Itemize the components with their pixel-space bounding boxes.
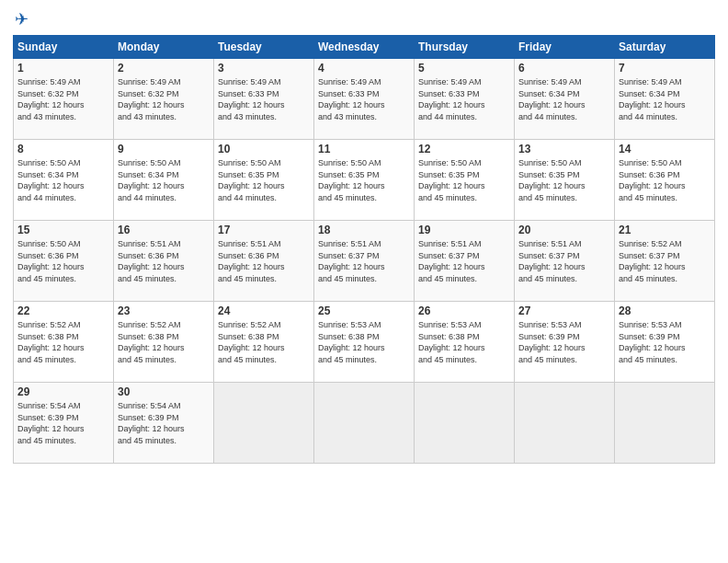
day-info: Sunrise: 5:53 AM Sunset: 6:38 PM Dayligh…: [418, 319, 510, 365]
day-info: Sunrise: 5:51 AM Sunset: 6:36 PM Dayligh…: [118, 238, 210, 284]
day-number: 29: [17, 385, 109, 398]
calendar-week: 1Sunrise: 5:49 AM Sunset: 6:32 PM Daylig…: [14, 59, 715, 140]
day-number: 1: [17, 62, 109, 75]
day-info: Sunrise: 5:51 AM Sunset: 6:37 PM Dayligh…: [518, 238, 610, 284]
calendar-cell: 26Sunrise: 5:53 AM Sunset: 6:38 PM Dayli…: [415, 302, 515, 383]
day-number: 19: [418, 224, 510, 236]
day-number: 27: [518, 304, 610, 317]
day-number: 25: [318, 304, 410, 317]
calendar-cell: [515, 383, 615, 464]
day-number: 11: [318, 143, 410, 155]
calendar-cell: 14Sunrise: 5:50 AM Sunset: 6:36 PM Dayli…: [615, 140, 715, 221]
calendar-cell: 7Sunrise: 5:49 AM Sunset: 6:34 PM Daylig…: [615, 59, 715, 140]
day-number: 14: [619, 143, 711, 155]
day-info: Sunrise: 5:49 AM Sunset: 6:33 PM Dayligh…: [218, 76, 310, 122]
calendar-cell: 25Sunrise: 5:53 AM Sunset: 6:38 PM Dayli…: [314, 302, 415, 383]
day-number: 10: [218, 143, 310, 155]
day-info: Sunrise: 5:49 AM Sunset: 6:33 PM Dayligh…: [418, 76, 510, 122]
day-number: 7: [619, 62, 711, 75]
calendar-week: 22Sunrise: 5:52 AM Sunset: 6:38 PM Dayli…: [14, 302, 715, 383]
header-row: SundayMondayTuesdayWednesdayThursdayFrid…: [14, 36, 715, 59]
calendar-cell: 29Sunrise: 5:54 AM Sunset: 6:39 PM Dayli…: [14, 383, 114, 464]
calendar-table: SundayMondayTuesdayWednesdayThursdayFrid…: [13, 35, 715, 464]
header-day: Thursday: [415, 36, 515, 59]
day-number: 23: [118, 304, 210, 317]
day-number: 21: [619, 224, 711, 236]
day-info: Sunrise: 5:49 AM Sunset: 6:33 PM Dayligh…: [318, 76, 410, 122]
day-number: 5: [418, 62, 510, 75]
calendar-cell: [615, 383, 715, 464]
day-number: 28: [619, 304, 711, 317]
day-info: Sunrise: 5:54 AM Sunset: 6:39 PM Dayligh…: [118, 400, 210, 446]
calendar-cell: 2Sunrise: 5:49 AM Sunset: 6:32 PM Daylig…: [114, 59, 214, 140]
day-number: 9: [118, 143, 210, 155]
logo: ✈: [13, 9, 28, 29]
day-info: Sunrise: 5:50 AM Sunset: 6:35 PM Dayligh…: [218, 157, 310, 203]
day-info: Sunrise: 5:52 AM Sunset: 6:38 PM Dayligh…: [17, 319, 109, 365]
day-info: Sunrise: 5:50 AM Sunset: 6:34 PM Dayligh…: [17, 157, 109, 203]
calendar-cell: 28Sunrise: 5:53 AM Sunset: 6:39 PM Dayli…: [615, 302, 715, 383]
day-info: Sunrise: 5:52 AM Sunset: 6:38 PM Dayligh…: [118, 319, 210, 365]
calendar-cell: 16Sunrise: 5:51 AM Sunset: 6:36 PM Dayli…: [114, 221, 214, 302]
day-number: 4: [318, 62, 410, 75]
day-info: Sunrise: 5:54 AM Sunset: 6:39 PM Dayligh…: [17, 400, 109, 446]
calendar-cell: 5Sunrise: 5:49 AM Sunset: 6:33 PM Daylig…: [415, 59, 515, 140]
header-day: Wednesday: [314, 36, 415, 59]
day-info: Sunrise: 5:52 AM Sunset: 6:37 PM Dayligh…: [619, 238, 711, 284]
day-number: 3: [218, 62, 310, 75]
day-number: 26: [418, 304, 510, 317]
calendar-cell: 30Sunrise: 5:54 AM Sunset: 6:39 PM Dayli…: [114, 383, 214, 464]
day-info: Sunrise: 5:50 AM Sunset: 6:35 PM Dayligh…: [318, 157, 410, 203]
calendar-cell: 3Sunrise: 5:49 AM Sunset: 6:33 PM Daylig…: [214, 59, 314, 140]
day-info: Sunrise: 5:53 AM Sunset: 6:38 PM Dayligh…: [318, 319, 410, 365]
calendar-cell: [314, 383, 415, 464]
day-number: 30: [118, 385, 210, 398]
day-number: 17: [218, 224, 310, 236]
day-number: 22: [17, 304, 109, 317]
day-number: 13: [518, 143, 610, 155]
calendar-cell: 27Sunrise: 5:53 AM Sunset: 6:39 PM Dayli…: [515, 302, 615, 383]
day-info: Sunrise: 5:51 AM Sunset: 6:37 PM Dayligh…: [418, 238, 510, 284]
calendar-cell: 13Sunrise: 5:50 AM Sunset: 6:35 PM Dayli…: [515, 140, 615, 221]
day-number: 20: [518, 224, 610, 236]
calendar-cell: 23Sunrise: 5:52 AM Sunset: 6:38 PM Dayli…: [114, 302, 214, 383]
calendar-cell: 11Sunrise: 5:50 AM Sunset: 6:35 PM Dayli…: [314, 140, 415, 221]
day-info: Sunrise: 5:49 AM Sunset: 6:34 PM Dayligh…: [619, 76, 711, 122]
day-number: 2: [118, 62, 210, 75]
calendar-cell: 1Sunrise: 5:49 AM Sunset: 6:32 PM Daylig…: [14, 59, 114, 140]
calendar-cell: 18Sunrise: 5:51 AM Sunset: 6:37 PM Dayli…: [314, 221, 415, 302]
day-info: Sunrise: 5:52 AM Sunset: 6:38 PM Dayligh…: [218, 319, 310, 365]
calendar-header: SundayMondayTuesdayWednesdayThursdayFrid…: [14, 36, 715, 59]
day-info: Sunrise: 5:50 AM Sunset: 6:36 PM Dayligh…: [619, 157, 711, 203]
day-number: 18: [318, 224, 410, 236]
day-number: 6: [518, 62, 610, 75]
day-number: 16: [118, 224, 210, 236]
calendar-body: 1Sunrise: 5:49 AM Sunset: 6:32 PM Daylig…: [14, 59, 715, 464]
calendar-cell: 4Sunrise: 5:49 AM Sunset: 6:33 PM Daylig…: [314, 59, 415, 140]
calendar-cell: 22Sunrise: 5:52 AM Sunset: 6:38 PM Dayli…: [14, 302, 114, 383]
calendar-week: 29Sunrise: 5:54 AM Sunset: 6:39 PM Dayli…: [14, 383, 715, 464]
day-info: Sunrise: 5:53 AM Sunset: 6:39 PM Dayligh…: [619, 319, 711, 365]
header-day: Sunday: [14, 36, 114, 59]
day-number: 24: [218, 304, 310, 317]
calendar-week: 15Sunrise: 5:50 AM Sunset: 6:36 PM Dayli…: [14, 221, 715, 302]
calendar-cell: 6Sunrise: 5:49 AM Sunset: 6:34 PM Daylig…: [515, 59, 615, 140]
calendar-week: 8Sunrise: 5:50 AM Sunset: 6:34 PM Daylig…: [14, 140, 715, 221]
day-number: 12: [418, 143, 510, 155]
day-number: 15: [17, 224, 109, 236]
calendar-cell: 17Sunrise: 5:51 AM Sunset: 6:36 PM Dayli…: [214, 221, 314, 302]
page: ✈ SundayMondayTuesdayWednesdayThursdayFr…: [0, 0, 728, 563]
day-info: Sunrise: 5:53 AM Sunset: 6:39 PM Dayligh…: [518, 319, 610, 365]
header-day: Friday: [515, 36, 615, 59]
day-info: Sunrise: 5:50 AM Sunset: 6:35 PM Dayligh…: [518, 157, 610, 203]
day-info: Sunrise: 5:50 AM Sunset: 6:34 PM Dayligh…: [118, 157, 210, 203]
day-info: Sunrise: 5:51 AM Sunset: 6:37 PM Dayligh…: [318, 238, 410, 284]
calendar-cell: 10Sunrise: 5:50 AM Sunset: 6:35 PM Dayli…: [214, 140, 314, 221]
calendar-cell: 20Sunrise: 5:51 AM Sunset: 6:37 PM Dayli…: [515, 221, 615, 302]
calendar-cell: 8Sunrise: 5:50 AM Sunset: 6:34 PM Daylig…: [14, 140, 114, 221]
header-day: Tuesday: [214, 36, 314, 59]
day-info: Sunrise: 5:50 AM Sunset: 6:36 PM Dayligh…: [17, 238, 109, 284]
calendar-cell: [415, 383, 515, 464]
day-number: 8: [17, 143, 109, 155]
day-info: Sunrise: 5:49 AM Sunset: 6:32 PM Dayligh…: [118, 76, 210, 122]
